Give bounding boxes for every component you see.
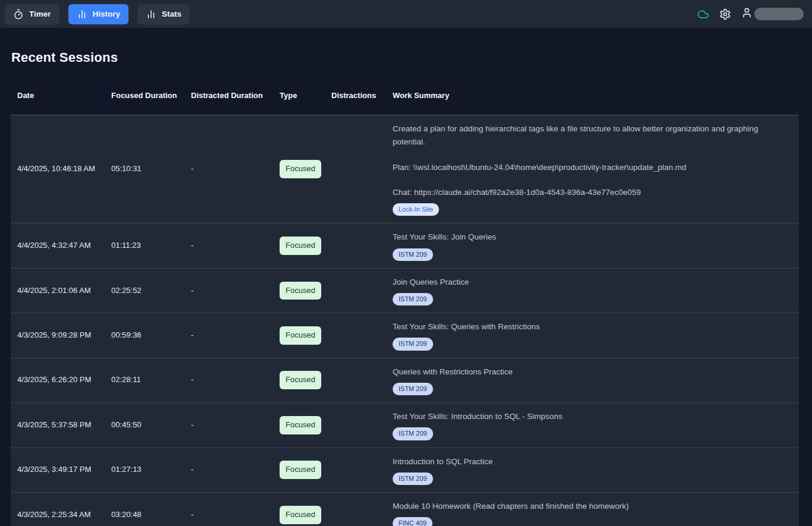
nav-tab-label: Stats — [162, 10, 181, 18]
timer-icon — [13, 9, 24, 20]
work-summary-text: Chat: https://claude.ai/chat/f92a2e38-1d… — [393, 186, 783, 199]
column-header-focused-duration: Focused Duration — [105, 78, 184, 115]
date-cell: 4/3/2025, 3:49:17 PM — [11, 448, 105, 492]
work-summary-cell: Test Your Skills: Join QueriesISTM 209 — [386, 223, 799, 267]
date-cell: 4/4/2025, 2:01:06 AM — [11, 269, 105, 313]
type-cell: Focused — [273, 269, 325, 313]
focused-duration-cell: 02:25:52 — [105, 269, 184, 313]
session-row: 4/4/2025, 4:32:47 AM 01:11:23 - Focused … — [11, 223, 799, 267]
column-header-type: Type — [273, 78, 325, 115]
type-cell: Focused — [273, 358, 325, 402]
distractions-cell — [325, 358, 386, 402]
distracted-duration-cell: - — [184, 358, 273, 402]
work-summary-text: Test Your Skills: Introduction to SQL - … — [393, 410, 783, 423]
tag-badge: ISTM 209 — [393, 473, 433, 485]
distractions-cell — [325, 115, 386, 223]
distracted-duration-cell: - — [184, 223, 273, 267]
table-header-row: Date Focused Duration Distracted Duratio… — [11, 78, 799, 115]
work-summary-cell: Test Your Skills: Queries with Restricti… — [386, 313, 799, 357]
date-cell: 4/3/2025, 5:37:58 PM — [11, 403, 105, 447]
distracted-duration-cell: - — [184, 493, 273, 526]
date-cell: 4/4/2025, 10:46:18 AM — [11, 115, 105, 223]
work-summary-text: Module 10 Homework (Read chapters and fi… — [393, 500, 783, 513]
session-row: 4/3/2025, 6:26:20 PM 02:28:11 - Focused … — [11, 358, 799, 402]
distractions-cell — [325, 403, 386, 447]
topbar-right — [697, 7, 804, 21]
focused-duration-cell: 00:59:36 — [105, 313, 184, 357]
work-summary-cell: Test Your Skills: Introduction to SQL - … — [386, 403, 799, 447]
focused-duration-cell: 03:20:48 — [105, 493, 184, 526]
distractions-cell — [325, 313, 386, 357]
work-summary-text: Queries with Restrictions Practice — [393, 366, 783, 379]
work-summary-cell: Introduction to SQL PracticeISTM 209 — [386, 448, 799, 492]
distracted-duration-cell: - — [184, 115, 273, 223]
column-header-distractions: Distractions — [325, 78, 386, 115]
sessions-table: Date Focused Duration Distracted Duratio… — [11, 78, 799, 526]
type-cell: Focused — [273, 313, 325, 357]
tag-badge: Lock-In Site — [393, 203, 439, 216]
column-header-distracted-duration: Distracted Duration — [184, 78, 273, 115]
tag-badge: ISTM 209 — [393, 383, 433, 395]
distracted-duration-cell: - — [184, 448, 273, 492]
settings-gear-icon[interactable] — [719, 8, 731, 20]
distracted-duration-cell: - — [184, 269, 273, 313]
tag-badge: ISTM 209 — [393, 293, 433, 305]
date-cell: 4/3/2025, 9:09:28 PM — [11, 313, 105, 357]
distractions-cell — [325, 448, 386, 492]
focused-duration-cell: 05:10:31 — [105, 115, 184, 223]
session-row: 4/3/2025, 2:25:34 AM 03:20:48 - Focused … — [11, 492, 799, 526]
date-cell: 4/3/2025, 6:26:20 PM — [11, 358, 105, 402]
nav-tab-label: History — [93, 10, 121, 18]
bar-chart-icon — [146, 9, 156, 20]
type-badge: Focused — [280, 506, 321, 524]
distractions-cell — [325, 223, 386, 267]
type-badge: Focused — [280, 461, 321, 479]
type-cell: Focused — [273, 448, 325, 492]
user-area[interactable] — [741, 7, 804, 21]
distracted-duration-cell: - — [184, 403, 273, 447]
page-title: Recent Sessions — [11, 50, 812, 65]
session-row: 4/3/2025, 9:09:28 PM 00:59:36 - Focused … — [11, 313, 799, 357]
user-icon — [741, 7, 753, 21]
nav-tabs: Timer History Stats — [5, 4, 190, 24]
tag-badge: ISTM 209 — [393, 248, 433, 261]
work-summary-cell: Module 10 Homework (Read chapters and fi… — [386, 493, 799, 526]
session-row: 4/3/2025, 3:49:17 PM 01:27:13 - Focused … — [11, 448, 799, 492]
sessions-table-body: 4/4/2025, 10:46:18 AM 05:10:31 - Focused… — [11, 115, 799, 526]
work-summary-text: Test Your Skills: Queries with Restricti… — [393, 320, 783, 333]
focused-duration-cell: 02:28:11 — [105, 358, 184, 402]
type-badge: Focused — [280, 326, 321, 345]
cloud-sync-icon[interactable] — [697, 8, 709, 20]
type-badge: Focused — [280, 282, 321, 300]
tag-badge: ISTM 209 — [393, 427, 433, 440]
nav-tab-stats[interactable]: Stats — [137, 4, 190, 24]
nav-tab-history[interactable]: History — [68, 4, 129, 24]
work-summary-cell: Queries with Restrictions PracticeISTM 2… — [386, 358, 799, 402]
tag-badge: ISTM 209 — [393, 338, 433, 350]
focused-duration-cell: 00:45:50 — [105, 403, 184, 447]
work-summary-text: Plan: \\wsl.localhost\Ubuntu-24.04\home\… — [393, 161, 783, 174]
type-badge: Focused — [280, 160, 321, 178]
tag-badge: FINC 409 — [393, 517, 432, 526]
date-cell: 4/4/2025, 4:32:47 AM — [11, 223, 105, 267]
bar-chart-icon — [77, 9, 87, 20]
distractions-cell — [325, 269, 386, 313]
distractions-cell — [325, 493, 386, 526]
redacted-username — [754, 8, 804, 20]
topbar: Timer History Stats — [0, 0, 812, 28]
session-row: 4/3/2025, 5:37:58 PM 00:45:50 - Focused … — [11, 402, 799, 447]
type-cell: Focused — [273, 223, 325, 267]
distracted-duration-cell: - — [184, 313, 273, 357]
work-summary-cell: Created a plan for adding hierarchical t… — [386, 115, 799, 223]
work-summary-text: Join Queries Practice — [393, 276, 783, 289]
type-badge: Focused — [280, 416, 321, 434]
session-row: 4/4/2025, 10:46:18 AM 05:10:31 - Focused… — [11, 115, 799, 223]
work-summary-text: Introduction to SQL Practice — [393, 455, 783, 468]
nav-tab-label: Timer — [29, 10, 51, 18]
type-cell: Focused — [273, 403, 325, 447]
session-row: 4/4/2025, 2:01:06 AM 02:25:52 - Focused … — [11, 268, 799, 313]
nav-tab-timer[interactable]: Timer — [5, 4, 59, 24]
type-badge: Focused — [280, 371, 321, 389]
column-header-date: Date — [11, 78, 105, 115]
column-header-work-summary: Work Summary — [386, 78, 799, 115]
